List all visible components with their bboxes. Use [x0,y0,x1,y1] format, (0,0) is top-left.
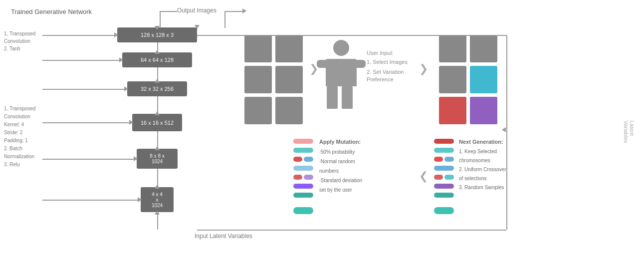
out-varr [160,11,161,28]
lv-lightblue [293,166,313,171]
nextgen-title: Next Generation: [459,139,503,145]
block-32: 32 x 32 x 256 [127,81,187,96]
user-input-title: User Input: [367,50,394,56]
arr-5-6 [155,185,160,189]
user-set-variation: 2. Set Variation [367,69,404,75]
lv-purple [293,184,313,189]
block-8: 8 x 8 x1024 [137,149,178,169]
lv-bottom-line [197,230,506,231]
person-leg-left [327,86,338,109]
arr-4-5 [155,146,160,150]
arr-1-2 [155,50,160,54]
diagram: Trained Generative Network 1. Transposed… [0,0,644,276]
label-g1-l3: 2. Tanh [4,45,35,52]
harr-2-head [119,57,123,62]
harr-6 [42,200,140,201]
lv-redpurple [293,175,302,180]
harr-5-head [134,156,138,161]
label-g2-l6: 2. Batch [4,145,35,153]
sel-3 [439,66,466,93]
ng-red2 [434,175,443,180]
img-1 [244,35,272,62]
gt-symbol-2: ❯ [419,62,428,75]
out-harr [160,11,177,12]
lv-teal2 [293,193,313,198]
harr-1-head [114,32,118,37]
lv-cyan [293,207,313,214]
person-head [333,40,349,56]
out-varr2 [224,11,225,28]
ng-redblue2 [444,157,454,162]
lv-redpurple2 [304,175,313,180]
lv-right-line [506,35,507,230]
img-6 [275,97,303,124]
arr-3-4 [155,111,160,115]
sel-1 [439,35,466,62]
mutation-title: Apply Mutation: [319,139,361,145]
sel-purple [470,97,497,124]
lv-redblue2 [304,157,313,162]
block-64: 64 x 64 x 128 [122,52,192,67]
ng-redblue [434,157,443,162]
harr-6-head [138,197,142,202]
input-latent-label: Input Latent Variables [195,233,252,240]
out-harr2-head [242,8,246,13]
sel-red [439,97,466,124]
lv-teal [293,148,313,153]
harr-3 [42,89,126,90]
output-images-label: Output Images [177,7,216,14]
block-4: 4 x 4x1024 [141,187,174,212]
label-g2-l7: Normalization [4,153,35,161]
img-4 [275,66,303,93]
label-g2-l4: Stride: 2 [4,129,35,137]
lv-left-arrow [502,127,506,132]
ng-teal4 [434,193,454,198]
block-16: 16 x 16 x 512 [132,114,182,131]
label-g2-l8: 3. Relu [4,161,35,169]
harr-1 [42,35,116,36]
label-group2: 1. Transposed Convolution Kernel: 4 Stri… [4,105,35,169]
label-g2-l1: 1. Transposed [4,105,35,113]
label-group1: 1. Transposed Convolution 2. Tanh [4,30,35,52]
sel-cyan [470,66,497,93]
user-preference: Preference [367,76,394,82]
lv-block6-down [157,212,158,230]
net-title: Trained Generative Network [11,8,92,15]
arr-2-3 [155,79,160,83]
harr-5 [42,159,136,160]
lt-symbol: ❮ [419,170,428,183]
label-g2-l5: Padding: 1 [4,137,35,145]
ng-purple [434,184,454,189]
label-g2-l3: Kernel: 4 [4,121,35,129]
label-g1-l2: Convolution [4,37,35,45]
ng-red [434,139,454,144]
lv-pink [293,139,313,144]
ng-blue [434,166,454,171]
harr-4 [42,122,131,123]
label-g2-l2: Convolution [4,113,35,121]
img-2 [275,35,303,62]
lv-top-line [197,35,506,36]
user-select-images: 1. Select Images [367,59,408,65]
out-down [155,26,160,30]
lv-top-arrow [195,25,200,29]
img-3 [244,66,272,93]
sel-2 [470,35,497,62]
person-leg-right [342,86,353,109]
latent-variables-label: Latent Variables [623,121,635,151]
mutation-bullets: ·50% probability ·Normal random numbers … [319,147,362,195]
harr-4-head [129,120,133,125]
nextgen-items: 1. Keep Selected chromosomes 2. Uniform … [459,147,506,192]
ng-cyan [434,207,454,214]
person-arms [317,60,366,68]
harr-3-head [124,86,128,91]
ng-teal [434,148,454,153]
label-g1-l1: 1. Transposed [4,30,35,37]
harr-2 [42,60,121,61]
lv-redblue [293,157,302,162]
img-5 [244,97,272,124]
out-harr2 [224,11,244,12]
ng-teal3 [444,175,454,180]
